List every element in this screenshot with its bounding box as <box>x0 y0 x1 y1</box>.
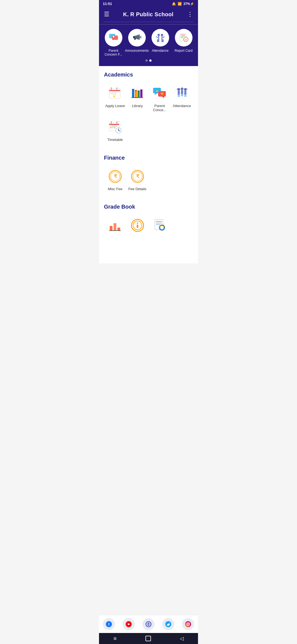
parent-concern-icon <box>105 29 122 47</box>
gradebook-report-item[interactable] <box>148 215 171 236</box>
attendance-academics-label: Attendance <box>173 104 191 108</box>
svg-line-16 <box>163 37 164 38</box>
svg-rect-31 <box>118 92 119 93</box>
timetable-label: Timetable <box>107 138 123 142</box>
svg-rect-36 <box>132 89 134 97</box>
library-label: Library <box>132 104 143 108</box>
more-options-button[interactable]: ⋮ <box>187 11 193 18</box>
quick-access-items: Parent Concern F... Announcements <box>102 29 195 57</box>
quick-item-announcements[interactable]: Announcements <box>126 29 148 53</box>
apply-leave-label: Apply Leave <box>105 104 125 108</box>
misc-fee-icon: ₹ <box>107 168 123 185</box>
gradebook-info-icon <box>129 217 146 234</box>
library-item[interactable]: Library <box>126 83 148 117</box>
svg-rect-41 <box>138 91 140 92</box>
svg-rect-67 <box>110 125 112 127</box>
hamburger-menu-button[interactable]: ☰ <box>104 11 109 18</box>
svg-marker-46 <box>155 93 157 95</box>
announcements-label: Announcements <box>125 49 149 53</box>
attendance-icon <box>152 29 169 47</box>
quick-access-section: Parent Concern F... Announcements <box>99 24 198 66</box>
dot-1 <box>145 59 148 62</box>
parent-concern-academics-label: Parent Conce... <box>150 104 170 112</box>
parent-concern-academics-icon: 👍 👎 <box>152 85 168 102</box>
attendance-item[interactable]: Attendance <box>171 83 193 117</box>
svg-text:✦: ✦ <box>120 122 121 124</box>
announcements-icon <box>128 29 146 47</box>
misc-fee-item[interactable]: ₹ Misc Fee <box>104 166 126 196</box>
svg-point-92 <box>137 223 138 224</box>
svg-rect-86 <box>110 226 112 230</box>
svg-rect-40 <box>138 91 140 97</box>
fee-details-label: Fee Details <box>128 187 147 191</box>
svg-rect-54 <box>178 91 180 95</box>
svg-rect-25 <box>111 87 112 90</box>
svg-rect-58 <box>181 94 183 96</box>
svg-rect-18 <box>181 34 185 35</box>
quick-item-report-card[interactable]: A Report Card <box>173 29 195 53</box>
svg-rect-44 <box>131 97 143 98</box>
app-header: ☰ K. R Public School ⋮ <box>99 7 198 22</box>
fee-details-item[interactable]: ₹ Fee Details <box>126 166 148 196</box>
academics-section: Academics <box>99 66 198 149</box>
svg-rect-68 <box>112 125 114 127</box>
svg-text:👍: 👍 <box>155 89 159 92</box>
app-title: K. R Public School <box>123 11 173 18</box>
svg-rect-26 <box>116 87 117 90</box>
svg-rect-33 <box>112 93 114 94</box>
battery-indicator: 37%⚡ <box>183 2 194 6</box>
wifi-icon: 📶 <box>178 2 182 6</box>
apply-leave-icon <box>107 85 123 102</box>
svg-rect-32 <box>110 93 112 94</box>
apply-leave-item[interactable]: Apply Leave <box>104 83 126 117</box>
gradebook-section: Grade Book <box>99 198 198 241</box>
report-card-icon: A <box>175 29 193 47</box>
gradebook-grid <box>104 215 193 239</box>
svg-rect-89 <box>109 230 121 231</box>
gradebook-bars-item[interactable] <box>104 215 126 236</box>
svg-rect-38 <box>135 91 137 97</box>
svg-rect-55 <box>181 90 183 94</box>
svg-rect-4 <box>133 36 135 38</box>
svg-rect-65 <box>111 121 112 124</box>
svg-point-9 <box>158 34 160 36</box>
finance-title: Finance <box>104 155 193 161</box>
quick-item-attendance[interactable]: Attendance <box>149 29 171 53</box>
timetable-item[interactable]: ✦ ✦ Timetable <box>104 117 126 146</box>
svg-rect-95 <box>156 221 162 222</box>
gradebook-title: Grade Book <box>104 204 193 210</box>
svg-rect-1 <box>112 36 118 40</box>
svg-point-8 <box>134 38 136 40</box>
svg-rect-43 <box>140 89 142 91</box>
header-divider <box>99 22 198 24</box>
svg-rect-39 <box>135 90 137 91</box>
timetable-icon: ✦ ✦ <box>107 119 123 135</box>
svg-rect-72 <box>112 127 114 128</box>
main-content: Academics <box>99 66 198 263</box>
academics-grid: Apply Leave <box>104 83 193 146</box>
finance-grid: ₹ Misc Fee ₹ Fee Details <box>104 166 193 196</box>
svg-rect-28 <box>112 92 114 93</box>
svg-rect-11 <box>157 39 159 42</box>
svg-text:👎: 👎 <box>160 92 164 96</box>
parent-concern-item[interactable]: 👍 👎 Parent Conce... <box>148 83 171 117</box>
svg-rect-42 <box>140 90 142 97</box>
svg-text:₹: ₹ <box>114 174 117 179</box>
svg-rect-29 <box>114 92 116 93</box>
svg-rect-12 <box>161 39 164 42</box>
svg-rect-73 <box>114 127 116 128</box>
gradebook-info-item[interactable] <box>126 215 148 236</box>
attendance-label-quick: Attendance <box>152 49 169 53</box>
notification-icon: 🔔 <box>172 2 176 6</box>
svg-rect-87 <box>114 223 116 230</box>
quick-item-parent-concern[interactable]: Parent Concern F... <box>103 29 125 57</box>
svg-rect-70 <box>116 125 117 127</box>
status-right: 🔔 📶 37%⚡ <box>172 2 194 6</box>
report-card-label: Report Card <box>175 49 193 53</box>
finance-section: Finance ₹ Misc Fee <box>99 149 198 198</box>
svg-rect-24 <box>109 90 120 91</box>
svg-marker-48 <box>162 97 164 98</box>
svg-rect-56 <box>184 91 186 95</box>
svg-rect-27 <box>110 92 112 93</box>
svg-rect-97 <box>156 224 160 225</box>
